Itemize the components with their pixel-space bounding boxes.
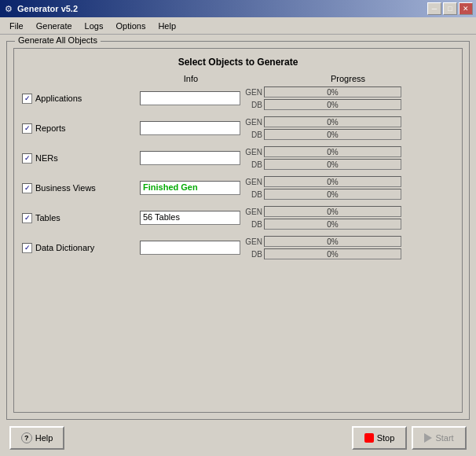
db-label-1: DB — [243, 131, 262, 139]
table-row: ✓ Business Views Finished Gen GEN 0% DB — [22, 176, 454, 200]
col-header-info: Info — [140, 74, 242, 83]
gen-bar-0: 0% — [264, 86, 401, 97]
info-box-3: Finished Gen — [140, 181, 240, 195]
stop-button[interactable]: Stop — [352, 426, 407, 450]
title-bar: ⚙ Generator v5.2 ─ □ ✕ — [0, 0, 476, 17]
gen-bar-2: 0% — [264, 146, 401, 157]
db-bar-5: 0% — [264, 248, 401, 259]
gen-progress-row-0: GEN 0% — [243, 86, 454, 97]
obj-name-2: NERs — [35, 153, 58, 163]
info-box-5 — [140, 241, 240, 255]
db-label-4: DB — [243, 220, 262, 229]
progress-section-4: GEN 0% DB 0% — [243, 206, 454, 230]
gen-bar-4: 0% — [264, 206, 401, 217]
progress-section-2: GEN 0% DB 0% — [243, 146, 454, 170]
progress-section-1: GEN 0% DB 0% — [243, 116, 454, 140]
checkbox-4[interactable]: ✓ — [22, 213, 32, 223]
bottom-bar: ? Help Stop Start — [6, 426, 470, 450]
db-progress-row-4: DB 0% — [243, 219, 454, 230]
db-progress-row-3: DB 0% — [243, 189, 454, 200]
window-title: Generator v5.2 — [17, 4, 427, 13]
info-text-3: Finished Gen — [143, 182, 198, 192]
close-button[interactable]: ✕ — [459, 2, 473, 15]
db-bar-1: 0% — [264, 129, 401, 140]
info-box-1 — [140, 121, 240, 135]
col-header-progress: Progress — [242, 74, 454, 83]
db-bar-text-5: 0% — [265, 249, 401, 259]
db-bar-text-1: 0% — [265, 130, 401, 139]
column-headers: Info Progress — [140, 74, 454, 83]
restore-button[interactable]: □ — [443, 2, 457, 15]
db-progress-row-2: DB 0% — [243, 159, 454, 170]
db-bar-text-2: 0% — [265, 160, 401, 169]
checkbox-1[interactable]: ✓ — [22, 123, 32, 134]
checkbox-5[interactable]: ✓ — [22, 243, 32, 253]
inner-panel: Select Objects to Generate Info Progress… — [13, 48, 463, 413]
info-box-4: 56 Tables — [140, 211, 240, 225]
table-row: ✓ NERs GEN 0% DB 0% — [22, 146, 454, 170]
checkbox-0[interactable]: ✓ — [22, 94, 32, 104]
gen-progress-row-2: GEN 0% — [243, 146, 454, 157]
right-buttons: Stop Start — [352, 426, 467, 450]
gen-progress-row-1: GEN 0% — [243, 116, 454, 127]
obj-name-3: Business Views — [35, 183, 96, 193]
obj-label-0: ✓ Applications — [22, 94, 140, 104]
checkbox-3[interactable]: ✓ — [22, 183, 32, 193]
gen-label-4: GEN — [243, 208, 262, 216]
gen-progress-row-5: GEN 0% — [243, 236, 454, 247]
app-icon: ⚙ — [3, 3, 14, 14]
start-icon — [424, 433, 432, 443]
help-label: Help — [35, 433, 53, 443]
progress-section-5: GEN 0% DB 0% — [243, 236, 454, 259]
inner-panel-title: Select Objects to Generate — [22, 57, 454, 68]
info-box-2 — [140, 151, 240, 165]
gen-label-2: GEN — [243, 148, 262, 156]
gen-bar-text-0: 0% — [265, 87, 401, 97]
menu-generate[interactable]: Generate — [30, 20, 79, 32]
db-bar-4: 0% — [264, 219, 401, 230]
info-text-4: 56 Tables — [143, 212, 180, 222]
gen-label-0: GEN — [243, 88, 262, 97]
db-label-3: DB — [243, 190, 262, 199]
table-row: ✓ Tables 56 Tables GEN 0% DB — [22, 206, 454, 230]
obj-label-1: ✓ Reports — [22, 123, 140, 134]
menu-help[interactable]: Help — [152, 20, 182, 32]
menu-logs[interactable]: Logs — [79, 20, 110, 32]
obj-label-4: ✓ Tables — [22, 213, 140, 223]
help-icon: ? — [21, 432, 32, 443]
db-progress-row-1: DB 0% — [243, 129, 454, 140]
window-controls: ─ □ ✕ — [427, 2, 473, 15]
db-bar-3: 0% — [264, 189, 401, 200]
start-label: Start — [435, 433, 453, 443]
menu-file[interactable]: File — [3, 20, 30, 32]
db-progress-row-0: DB 0% — [243, 99, 454, 110]
gen-bar-5: 0% — [264, 236, 401, 247]
minimize-button[interactable]: ─ — [427, 2, 441, 15]
generate-all-objects-group: Generate All Objects Select Objects to G… — [6, 41, 470, 420]
start-button[interactable]: Start — [412, 426, 467, 450]
menu-options[interactable]: Options — [109, 20, 152, 32]
db-bar-2: 0% — [264, 159, 401, 170]
obj-label-2: ✓ NERs — [22, 153, 140, 164]
gen-bar-text-4: 0% — [265, 207, 401, 216]
obj-name-5: Data Dictionary — [35, 243, 94, 252]
obj-name-0: Applications — [35, 94, 82, 103]
db-label-5: DB — [243, 250, 262, 259]
checkbox-2[interactable]: ✓ — [22, 153, 32, 164]
window-body: Generate All Objects Select Objects to G… — [0, 35, 476, 456]
gen-progress-row-4: GEN 0% — [243, 206, 454, 217]
gen-label-5: GEN — [243, 237, 262, 246]
group-box-legend: Generate All Objects — [15, 35, 101, 45]
db-label-0: DB — [243, 101, 262, 109]
gen-label-3: GEN — [243, 178, 262, 186]
gen-bar-text-3: 0% — [265, 177, 401, 186]
stop-icon — [364, 433, 374, 443]
obj-name-4: Tables — [35, 213, 60, 222]
db-bar-0: 0% — [264, 99, 401, 110]
obj-label-5: ✓ Data Dictionary — [22, 243, 140, 253]
help-button[interactable]: ? Help — [9, 426, 64, 450]
table-row: ✓ Data Dictionary GEN 0% DB — [22, 236, 454, 259]
obj-name-1: Reports — [35, 123, 66, 133]
gen-progress-row-3: GEN 0% — [243, 176, 454, 187]
menu-bar: File Generate Logs Options Help — [0, 17, 476, 35]
